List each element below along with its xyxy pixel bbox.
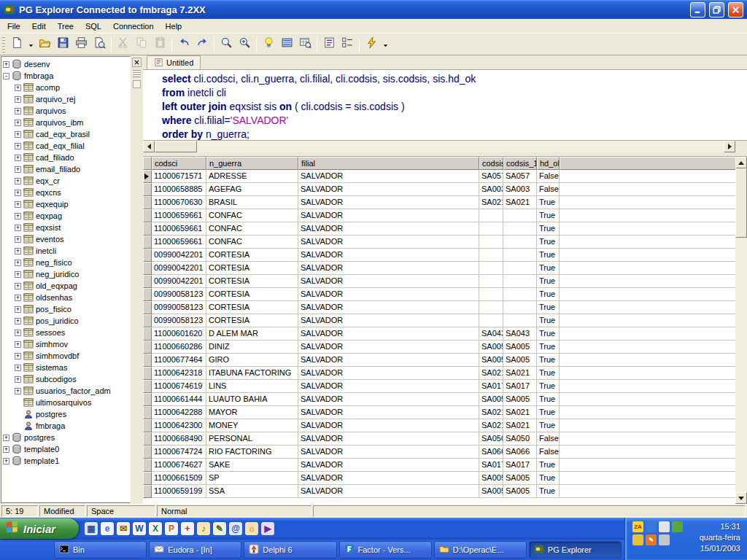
expand-icon[interactable]: + [15, 330, 21, 336]
expand-icon[interactable]: + [15, 236, 21, 243]
execute-button[interactable] [363, 36, 380, 53]
redo-button[interactable] [193, 36, 211, 53]
column-header-codsis[interactable]: codsis [479, 157, 503, 170]
grid-cell[interactable]: SALVADOR [298, 288, 479, 301]
scroll-down-button[interactable] [735, 492, 747, 504]
tree-item-cad_eqx_brasil[interactable]: +cad_eqx_brasil [1, 128, 130, 140]
grid-cell[interactable]: False [537, 446, 560, 459]
panel-close-button[interactable] [132, 58, 142, 67]
grid-cell[interactable]: SA005 [503, 485, 537, 498]
tree-item-acomp[interactable]: +acomp [1, 82, 130, 93]
grid-cell[interactable]: True [537, 196, 560, 209]
quicklaunch-notes-icon[interactable]: ✎ [213, 522, 226, 535]
tree-item-fmbraga[interactable]: fmbraga [1, 420, 130, 432]
tree-item-eqx_cr[interactable]: +eqx_cr [1, 175, 130, 187]
grid-cell[interactable]: True [537, 288, 560, 301]
quicklaunch-word-icon[interactable]: W [133, 522, 146, 535]
grid-cell[interactable]: MAYOR [206, 406, 298, 419]
column-header-filial[interactable]: filial [298, 157, 479, 170]
grid-cell[interactable]: 00990058123 [152, 288, 206, 301]
expand-icon[interactable]: + [15, 201, 21, 208]
grid-cell[interactable]: 11000674724 [152, 446, 206, 459]
grid-cell[interactable]: 11000674627 [152, 459, 206, 472]
tree-item-usuarios_factor_adm[interactable]: +usuarios_factor_adm [1, 385, 130, 397]
menu-tree[interactable]: Tree [52, 20, 80, 33]
tree-item-oldsenhas[interactable]: +oldsenhas [1, 292, 130, 303]
sql-editor[interactable]: select cli.codsci, cli.n_guerra, cli.fil… [143, 70, 747, 141]
minimize-button[interactable] [690, 2, 705, 18]
grid-cell[interactable]: SALVADOR [298, 209, 479, 222]
grid-cell[interactable]: CORTESIA [206, 249, 298, 262]
tree-item-pos_juridico[interactable]: +pos_juridico [1, 315, 130, 327]
grid-vscrollbar[interactable] [735, 157, 747, 504]
expand-icon[interactable]: + [15, 225, 21, 231]
close-button[interactable] [728, 2, 743, 18]
grid-cell[interactable] [479, 288, 503, 301]
vscroll-track[interactable] [735, 238, 747, 492]
tray-icon-silver[interactable] [659, 534, 670, 545]
grid-cell[interactable]: SALVADOR [298, 367, 479, 380]
grid-cell[interactable]: ADRESSE [206, 170, 298, 183]
grid-cell[interactable]: SALVADOR [298, 432, 479, 446]
grid-cell[interactable]: GIRO [206, 354, 298, 367]
table-browse-button[interactable] [296, 36, 314, 53]
grid-cell[interactable]: CONFAC [206, 222, 298, 236]
tree-item-simhmovdbf[interactable]: +simhmovdbf [1, 350, 130, 362]
expand-icon[interactable]: + [15, 248, 21, 254]
tree-item-eqxcns[interactable]: +eqxcns [1, 187, 130, 198]
expand-icon[interactable]: + [15, 341, 21, 348]
quicklaunch-powerpoint-icon[interactable]: P [165, 522, 178, 535]
expand-icon[interactable]: + [3, 446, 9, 453]
grid-cell[interactable]: SALVADOR [298, 262, 479, 275]
expand-icon[interactable]: + [15, 306, 21, 313]
grid-cell[interactable]: False [537, 170, 560, 183]
grid-cell[interactable]: SA043 [503, 327, 537, 341]
grid-cell[interactable] [503, 301, 537, 314]
grid-cell[interactable]: SA021 [503, 419, 537, 432]
expand-icon[interactable]: + [15, 318, 21, 324]
grid-cell[interactable]: 00990058123 [152, 314, 206, 327]
expand-icon[interactable]: + [15, 365, 21, 371]
grid-cell[interactable]: 11000658885 [152, 183, 206, 196]
tree-item-eqxequip[interactable]: +eqxequip [1, 198, 130, 210]
grid-cell[interactable]: 00990042201 [152, 262, 206, 275]
tray-icon-yellow[interactable] [632, 534, 643, 545]
collapse-icon[interactable]: - [3, 73, 9, 79]
grid-cell[interactable]: True [537, 222, 560, 236]
editor-view-button[interactable] [278, 36, 295, 53]
quicklaunch-outlook-icon[interactable]: @ [229, 522, 242, 535]
grid-cell[interactable]: True [537, 354, 560, 367]
grid-cell[interactable]: True [537, 236, 560, 249]
undo-button[interactable] [175, 36, 193, 53]
editor-hscrollbar[interactable] [143, 141, 747, 152]
expand-icon[interactable]: + [15, 213, 21, 219]
grid-cell[interactable]: SALVADOR [298, 222, 479, 236]
expand-icon[interactable]: + [15, 376, 21, 383]
grid-cell[interactable]: SALVADOR [298, 354, 479, 367]
start-button[interactable]: Iniciar [0, 518, 79, 539]
tree-item-template0[interactable]: +template0 [1, 443, 130, 455]
grid-cell[interactable]: 11000659661 [152, 209, 206, 222]
grid-cell[interactable]: CORTESIA [206, 262, 298, 275]
grid-cell[interactable]: CONFAC [206, 236, 298, 249]
grid-cell[interactable]: SA017 [503, 459, 537, 472]
grid-cell[interactable]: D ALEM MAR [206, 327, 298, 341]
taskbar-button-pg-explorer[interactable]: PG Explorer [529, 541, 622, 559]
grid-cell[interactable]: SA066 [503, 446, 537, 459]
grid-cell[interactable]: LINS [206, 380, 298, 393]
expand-icon[interactable]: + [15, 108, 21, 114]
grid-cell[interactable] [503, 222, 537, 236]
grid-cell[interactable]: True [537, 249, 560, 262]
grid-cell[interactable] [479, 236, 503, 249]
expand-icon[interactable]: + [15, 96, 21, 103]
grid-cell[interactable]: 11000668490 [152, 432, 206, 446]
hscroll-track[interactable] [197, 141, 724, 152]
grid-cell[interactable] [503, 288, 537, 301]
paste-button[interactable] [151, 36, 169, 53]
restore-button[interactable] [709, 2, 724, 18]
print-preview-button[interactable] [90, 36, 108, 53]
quicklaunch-player-icon[interactable]: ▶ [261, 522, 274, 535]
expand-icon[interactable]: + [15, 155, 21, 161]
grid-cell[interactable]: SP [206, 472, 298, 485]
grid-cell[interactable] [479, 301, 503, 314]
